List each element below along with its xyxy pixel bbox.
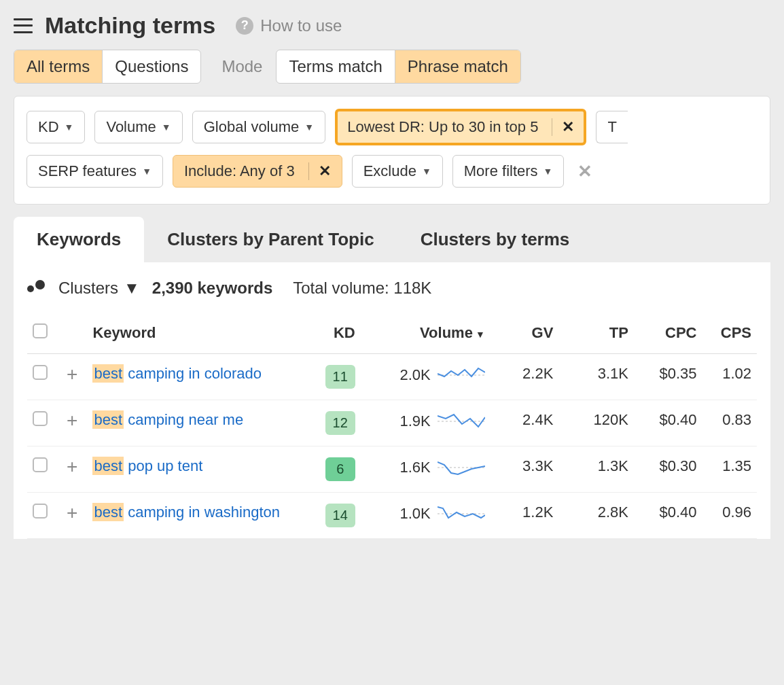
cpc-value: $0.35 xyxy=(634,354,702,400)
add-keyword-button[interactable]: + xyxy=(63,411,82,430)
col-kd[interactable]: KD xyxy=(306,313,360,354)
col-keyword[interactable]: Keyword xyxy=(87,313,306,354)
clear-filters-icon[interactable]: ✕ xyxy=(577,161,592,182)
volume-value: 2.0K xyxy=(400,366,431,384)
keyword-highlight: best xyxy=(92,503,124,521)
mode-segment: Terms match Phrase match xyxy=(276,50,520,84)
tab-clusters-parent[interactable]: Clusters by Parent Topic xyxy=(144,217,397,262)
col-volume[interactable]: Volume▼ xyxy=(361,313,491,354)
close-icon[interactable]: ✕ xyxy=(552,118,574,136)
kd-badge: 11 xyxy=(325,365,355,389)
filter-truncated[interactable]: T xyxy=(596,111,627,143)
caret-down-icon: ▼ xyxy=(422,166,431,177)
caret-down-icon: ▼ xyxy=(142,166,152,177)
cps-value: 1.02 xyxy=(702,354,757,400)
gv-value: 2.2K xyxy=(491,354,559,400)
col-cpc[interactable]: CPC xyxy=(634,313,702,354)
gv-value: 1.2K xyxy=(491,493,559,539)
row-checkbox[interactable] xyxy=(33,411,48,426)
caret-down-icon: ▼ xyxy=(65,122,74,133)
filter-serp-features[interactable]: SERP features▼ xyxy=(26,155,163,188)
table-row: + best pop up tent 6 1.6K 3.3K 1.3K $0.3… xyxy=(27,446,757,493)
sparkline-icon xyxy=(438,457,485,478)
filter-more[interactable]: More filters▼ xyxy=(452,155,565,188)
keyword-link[interactable]: best camping in colorado xyxy=(92,364,262,383)
seg-terms-match[interactable]: Terms match xyxy=(277,50,395,83)
filter-include-label: Include: Any of 3 xyxy=(184,162,295,180)
sparkline-icon xyxy=(438,504,485,524)
add-keyword-button[interactable]: + xyxy=(63,457,82,476)
add-keyword-button[interactable]: + xyxy=(63,504,82,523)
filter-volume[interactable]: Volume▼ xyxy=(94,111,182,143)
keyword-count: 2,390 keywords xyxy=(152,279,272,298)
table-row: + best camping in washington 14 1.0K 1.2… xyxy=(27,493,757,539)
sparkline-icon xyxy=(438,411,485,432)
total-volume: Total volume: 118K xyxy=(293,279,431,298)
kd-badge: 12 xyxy=(325,411,355,435)
tabs: Keywords Clusters by Parent Topic Cluste… xyxy=(0,217,784,262)
cpc-value: $0.30 xyxy=(634,446,702,493)
keyword-link[interactable]: best camping in washington xyxy=(92,503,280,521)
page-title: Matching terms xyxy=(45,12,215,39)
sort-desc-icon: ▼ xyxy=(476,329,485,340)
keyword-highlight: best xyxy=(92,410,124,429)
sparkline-icon xyxy=(438,365,485,385)
tab-clusters-terms[interactable]: Clusters by terms xyxy=(397,217,593,262)
tp-value: 120K xyxy=(558,400,634,446)
caret-down-icon: ▼ xyxy=(304,122,314,133)
cpc-value: $0.40 xyxy=(634,400,702,446)
mode-label: Mode xyxy=(221,57,262,76)
terms-segment: All terms Questions xyxy=(14,50,201,84)
keywords-table: Keyword KD Volume▼ GV TP CPC CPS + best … xyxy=(27,313,757,539)
help-icon: ? xyxy=(236,17,253,35)
tab-keywords[interactable]: Keywords xyxy=(14,217,144,262)
help-label: How to use xyxy=(260,16,342,35)
row-checkbox[interactable] xyxy=(33,504,48,519)
volume-value: 1.9K xyxy=(400,412,431,430)
keyword-link[interactable]: best camping near me xyxy=(92,410,243,429)
clusters-icon xyxy=(27,280,46,296)
filter-lowest-dr[interactable]: Lowest DR: Up to 30 in top 5 ✕ xyxy=(335,109,586,145)
row-checkbox[interactable] xyxy=(33,365,48,380)
keyword-highlight: best xyxy=(92,457,124,475)
filter-exclude[interactable]: Exclude▼ xyxy=(352,155,443,188)
cps-value: 0.96 xyxy=(702,493,757,539)
col-cps[interactable]: CPS xyxy=(702,313,757,354)
seg-all-terms[interactable]: All terms xyxy=(14,50,103,83)
caret-down-icon: ▼ xyxy=(124,279,140,298)
filter-lowest-dr-label: Lowest DR: Up to 30 in top 5 xyxy=(347,118,538,136)
row-checkbox[interactable] xyxy=(33,457,48,472)
gv-value: 3.3K xyxy=(491,446,559,493)
volume-value: 1.6K xyxy=(400,459,431,476)
seg-phrase-match[interactable]: Phrase match xyxy=(395,50,520,83)
tp-value: 2.8K xyxy=(558,493,634,539)
keyword-link[interactable]: best pop up tent xyxy=(92,457,202,475)
menu-icon[interactable] xyxy=(14,18,33,33)
caret-down-icon: ▼ xyxy=(162,122,171,133)
select-all-checkbox[interactable] xyxy=(33,323,48,338)
tp-value: 3.1K xyxy=(558,354,634,400)
col-tp[interactable]: TP xyxy=(558,313,634,354)
caret-down-icon: ▼ xyxy=(544,166,553,177)
filter-panel: KD▼ Volume▼ Global volume▼ Lowest DR: Up… xyxy=(14,96,770,205)
gv-value: 2.4K xyxy=(491,400,559,446)
seg-questions[interactable]: Questions xyxy=(103,50,200,83)
table-row: + best camping in colorado 11 2.0K 2.2K … xyxy=(27,354,757,400)
tp-value: 1.3K xyxy=(558,446,634,493)
add-keyword-button[interactable]: + xyxy=(63,365,82,384)
cps-value: 0.83 xyxy=(702,400,757,446)
how-to-use-link[interactable]: ? How to use xyxy=(236,16,342,35)
kd-badge: 6 xyxy=(325,457,355,481)
col-gv[interactable]: GV xyxy=(491,313,559,354)
cps-value: 1.35 xyxy=(702,446,757,493)
filter-kd[interactable]: KD▼ xyxy=(26,111,85,143)
kd-badge: 14 xyxy=(325,504,355,527)
cpc-value: $0.40 xyxy=(634,493,702,539)
table-row: + best camping near me 12 1.9K 2.4K 120K… xyxy=(27,400,757,446)
close-icon[interactable]: ✕ xyxy=(308,162,331,180)
filter-include[interactable]: Include: Any of 3 ✕ xyxy=(173,155,342,188)
volume-value: 1.0K xyxy=(400,505,431,523)
clusters-dropdown[interactable]: Clusters▼ xyxy=(58,279,140,298)
filter-global-volume[interactable]: Global volume▼ xyxy=(192,111,326,143)
keyword-highlight: best xyxy=(92,364,124,383)
